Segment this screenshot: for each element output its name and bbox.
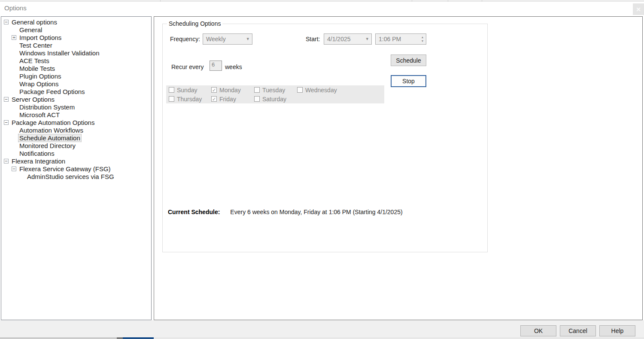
current-schedule-label: Current Schedule: [168,209,220,215]
tree-item-adminstudio-services-via-fsg[interactable]: AdminStudio services via FSG [1,173,151,180]
weeks-label: weeks [225,64,242,70]
day-checkbox-thursday[interactable]: Thursday [166,94,209,103]
collapse-icon[interactable]: − [4,159,9,163]
collapse-icon[interactable]: − [12,166,16,171]
tree-item-label: Package Feed Options [18,88,86,95]
tree-item-automation-workflows[interactable]: Automation Workflows [1,126,151,134]
tree-item-label: Test Center [18,42,53,49]
tree-item-notifications[interactable]: Notifications [1,149,151,157]
day-checkbox-saturday[interactable]: Saturday [252,94,295,103]
taskbar-edge [0,337,644,339]
day-label: Saturday [262,96,286,103]
recur-weeks-input[interactable]: 6 [210,61,222,71]
collapse-icon[interactable]: − [4,97,9,102]
tree-item-label: Schedule Automation [18,134,81,142]
tree-item-plugin-options[interactable]: Plugin Options [1,72,151,80]
tree-item-label: Flexera Service Gateway (FSG) [18,165,112,173]
tree-item-test-center[interactable]: Test Center [1,41,151,49]
tree-item-label: General [18,26,43,33]
taskbar-active-app-edge [123,337,154,339]
frequency-select[interactable]: Weekly ▾ [203,33,252,45]
collapse-icon[interactable]: − [4,120,9,125]
window-title: Options [4,4,27,12]
options-dialog: Options ✕ −General optionsGeneral+Import… [0,0,644,339]
day-checkbox-tuesday[interactable]: Tuesday [252,85,295,94]
checkbox-unchecked-icon [169,96,174,102]
options-tree: −General optionsGeneral+Import OptionsTe… [1,16,152,320]
frequency-label: Frequency: [170,36,200,42]
tree-item-label: Notifications [18,150,55,157]
expand-icon[interactable]: + [12,35,16,40]
tree-item-microsoft-act[interactable]: Microsoft ACT [1,111,151,118]
tree-item-flexera-integration[interactable]: −Flexera Integration [1,157,151,165]
tree-item-import-options[interactable]: +Import Options [1,33,151,41]
tree-item-label: AdminStudio services via FSG [26,173,115,180]
start-time-value: 1:06 PM [379,36,401,42]
tree-item-monitored-directory[interactable]: Monitored Directory [1,142,151,149]
tree-item-mobile-tests[interactable]: Mobile Tests [1,64,151,72]
stop-button[interactable]: Stop [391,75,426,87]
checkbox-unchecked-icon [254,87,260,93]
checkbox-unchecked-icon [254,96,260,102]
close-icon: ✕ [636,6,641,13]
tree-item-ace-tests[interactable]: ACE Tests [1,57,151,64]
tree-item-label: Automation Workflows [18,127,84,134]
day-checkbox-sunday[interactable]: Sunday [166,85,209,94]
tree-item-label: Plugin Options [18,73,62,80]
tree-item-general[interactable]: General [1,26,151,33]
tree-item-label: Windows Installer Validation [18,49,100,57]
tree-item-label: Distribution System [18,103,76,111]
collapse-icon[interactable]: − [4,20,9,24]
checkbox-unchecked-icon [297,87,303,93]
tree-item-label: Mobile Tests [18,65,56,72]
ok-button[interactable]: OK [520,325,556,336]
scheduling-options-group: Scheduling Options Frequency: Weekly ▾ S… [162,24,488,252]
spinner-arrows-icon: ▴▾ [422,35,423,43]
start-time-spinner[interactable]: 1:06 PM ▴▾ [375,33,426,45]
tree-item-wrap-options[interactable]: Wrap Options [1,80,151,88]
day-label: Thursday [177,96,202,103]
day-checkbox-friday[interactable]: ✓Friday [209,94,252,103]
schedule-button[interactable]: Schedule [391,54,426,66]
frequency-value: Weekly [206,36,226,42]
dialog-footer: OK Cancel Help [0,320,644,337]
day-label: Wednesday [305,87,337,94]
weekday-checkbox-group: Sunday✓MondayTuesdayWednesdayThursday✓Fr… [166,85,384,103]
checkbox-checked-icon: ✓ [211,87,217,93]
help-button[interactable]: Help [599,325,635,336]
recur-every-label: Recur every [171,64,204,70]
day-label: Monday [219,87,241,94]
tree-item-package-feed-options[interactable]: Package Feed Options [1,88,151,95]
tree-item-label: Monitored Directory [18,142,76,149]
start-date-picker[interactable]: 4/1/2025 ▾ [324,33,372,45]
chevron-down-icon: ▾ [246,36,249,42]
tree-item-package-automation-options[interactable]: −Package Automation Options [1,118,151,126]
tree-item-flexera-service-gateway-fsg[interactable]: −Flexera Service Gateway (FSG) [1,165,151,173]
tree-item-label: Wrap Options [18,80,59,88]
close-button[interactable]: ✕ [633,3,644,15]
start-label: Start: [306,36,320,42]
day-label: Sunday [177,87,197,94]
checkbox-unchecked-icon [169,87,174,93]
tree-item-windows-installer-validation[interactable]: Windows Installer Validation [1,49,151,57]
cancel-button[interactable]: Cancel [560,325,596,336]
tree-item-label: Import Options [18,34,62,41]
tree-item-label: Microsoft ACT [18,111,61,118]
day-checkbox-monday[interactable]: ✓Monday [209,85,252,94]
tree-item-label: Flexera Integration [11,157,66,165]
tree-item-label: Server Options [11,96,55,103]
tree-item-label: General options [11,18,58,26]
day-label: Friday [219,96,236,103]
tree-item-server-options[interactable]: −Server Options [1,95,151,103]
day-label: Tuesday [262,87,285,94]
chevron-down-icon: ▾ [366,36,368,42]
tree-item-schedule-automation[interactable]: Schedule Automation [1,134,151,142]
current-schedule-value: Every 6 weeks on Monday, Friday at 1:06 … [230,209,402,215]
tree-item-label: ACE Tests [18,57,50,64]
tree-item-general-options[interactable]: −General options [1,18,151,26]
tree-item-label: Package Automation Options [11,119,95,126]
group-title: Scheduling Options [167,20,222,27]
tree-item-distribution-system[interactable]: Distribution System [1,103,151,111]
background-toolbar-edge [0,0,644,2]
day-checkbox-wednesday[interactable]: Wednesday [295,85,384,94]
